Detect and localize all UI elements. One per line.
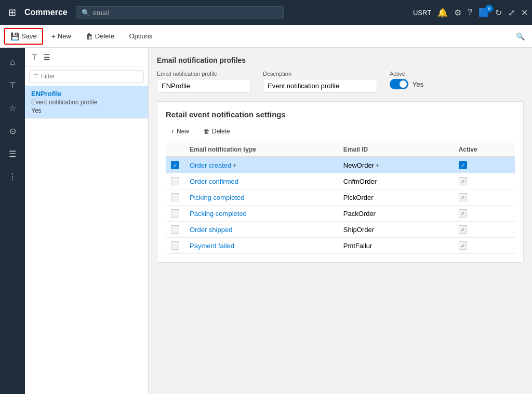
recent-icon[interactable]: ⊙ [2,120,23,141]
delete-label: Delete [95,32,115,40]
card-title: Retail event notification settings [166,110,515,119]
checkbox-unchecked[interactable] [171,177,179,185]
row-email-id: CnfmOrder [338,173,454,189]
item-sub: Event notification profile [31,99,142,106]
search-input[interactable] [93,9,278,17]
close-icon[interactable]: ✕ [521,8,528,18]
checkbox-unchecked[interactable] [171,241,179,250]
list-item[interactable]: ENProfile Event notification profile Yes [25,86,148,119]
app-title: Commerce [24,8,68,17]
card-new-label: New [177,128,189,135]
type-link[interactable]: Packing completed [190,210,247,218]
delete-button[interactable]: 🗑 Delete [79,28,121,45]
active-toggle[interactable] [390,79,408,89]
checkbox-checked[interactable]: ✓ [171,161,179,169]
table-row[interactable]: Order confirmedCnfmOrder✓ [166,173,515,189]
checkbox-unchecked[interactable] [171,193,179,201]
active-checkbox-unchecked[interactable]: ✓ [459,177,467,185]
col-header-active: Active [454,143,515,157]
search-icon: 🔍 [82,9,90,17]
profile-input[interactable] [157,79,250,93]
email-id-value: NewOrder [343,161,374,169]
toolbar: 💾 Save + New 🗑 Delete Options 🔍 [0,25,532,48]
row-active: ✓ [454,189,515,206]
active-label: Active [390,71,423,77]
top-nav: ⊞ Commerce 🔍 USRT 🔔 ⚙ ? 🟦 9 ↻ ⤢ ✕ [0,0,532,25]
help-icon[interactable]: ? [468,8,472,17]
delete-icon: 🗑 [86,32,93,40]
row-checkbox[interactable] [166,173,184,189]
card-new-button[interactable]: + New [166,125,194,138]
active-checkbox-unchecked[interactable]: ✓ [459,225,467,234]
options-button[interactable]: Options [123,28,158,44]
app-grid-icon[interactable]: ⊞ [4,5,20,20]
table-row[interactable]: ✓Order created▾NewOrder▾✓ [166,157,515,173]
user-label: USRT [413,9,431,17]
card-delete-button[interactable]: 🗑 Delete [198,125,235,138]
filter-search-icon: ⊤ [34,73,39,80]
description-input[interactable] [263,79,377,93]
type-link[interactable]: Picking completed [190,194,245,201]
filter-icon[interactable]: ⊤ [2,75,23,96]
options-label: Options [129,32,152,40]
description-field: Description [263,71,377,93]
table-row[interactable]: Payment failedPmtFailur✓ [166,238,515,254]
row-email-id: PackOrder [338,206,454,222]
type-link[interactable]: Order shipped [190,226,232,234]
global-search-bar[interactable]: 🔍 [76,6,284,19]
email-id-value: ShipOrder [343,226,374,234]
email-id-value: PackOrder [343,210,376,218]
card-toolbar: + New 🗑 Delete [166,125,515,138]
row-email-id: NewOrder▾ [338,157,454,173]
bell-icon[interactable]: 🔔 [437,8,448,18]
row-checkbox[interactable] [166,206,184,222]
home-icon[interactable]: ⌂ [2,52,23,73]
type-link[interactable]: Order confirmed [190,178,238,185]
active-checkbox-unchecked[interactable]: ✓ [459,193,467,201]
filter-input[interactable] [41,73,139,80]
row-checkbox[interactable] [166,222,184,238]
settings-icon[interactable]: ⚙ [454,8,461,18]
row-active: ✓ [454,238,515,254]
office-icon-badge[interactable]: 🟦 9 [478,8,489,18]
row-type: Payment failed [184,238,338,254]
toggle-row: Yes [390,79,423,89]
type-link[interactable]: Payment failed [190,242,234,250]
refresh-icon[interactable]: ↻ [495,8,502,18]
expand-icon[interactable]: ⤢ [508,8,515,18]
card-delete-icon: 🗑 [204,128,210,135]
type-link[interactable]: Order created [190,161,231,169]
table-row[interactable]: Picking completedPickOrder✓ [166,189,515,206]
active-field: Active Yes [390,71,423,89]
favorites-icon[interactable]: ☆ [2,98,23,118]
toolbar-search-icon[interactable]: 🔍 [513,29,528,44]
checkbox-unchecked[interactable] [171,209,179,218]
table-row[interactable]: Order shippedShipOrder✓ [166,222,515,238]
more-icon[interactable]: ⋮ [2,166,23,187]
row-checkbox[interactable] [166,238,184,254]
checkbox-unchecked[interactable] [171,225,179,234]
save-icon: 💾 [10,32,19,40]
list-filter-icon[interactable]: ⊤ [29,51,39,63]
row-active: ✓ [454,222,515,238]
table-row[interactable]: Packing completedPackOrder✓ [166,206,515,222]
active-checkbox-unchecked[interactable]: ✓ [459,241,467,250]
row-checkbox[interactable]: ✓ [166,157,184,173]
save-button[interactable]: 💾 Save [4,28,43,45]
active-toggle-label: Yes [413,80,423,88]
dropdown-arrow-icon[interactable]: ▾ [233,162,236,168]
row-type: Packing completed [184,206,338,222]
list-menu-icon[interactable]: ☰ [42,51,52,63]
save-label: Save [21,32,37,40]
active-checkbox-checked[interactable]: ✓ [459,161,467,169]
side-icon-panel: ⌂ ⊤ ☆ ⊙ ☰ ⋮ [0,48,25,394]
row-type: Order shipped [184,222,338,238]
new-button[interactable]: + New [45,28,77,45]
detail-section-title: Email notification profiles [157,56,524,64]
filter-box[interactable]: ⊤ [29,70,144,83]
list-icon[interactable]: ☰ [2,143,23,164]
email-dropdown-arrow-icon[interactable]: ▾ [376,162,379,168]
active-checkbox-unchecked[interactable]: ✓ [459,209,467,218]
row-checkbox[interactable] [166,189,184,206]
detail-panel: Email notification profiles Email notifi… [149,48,532,394]
